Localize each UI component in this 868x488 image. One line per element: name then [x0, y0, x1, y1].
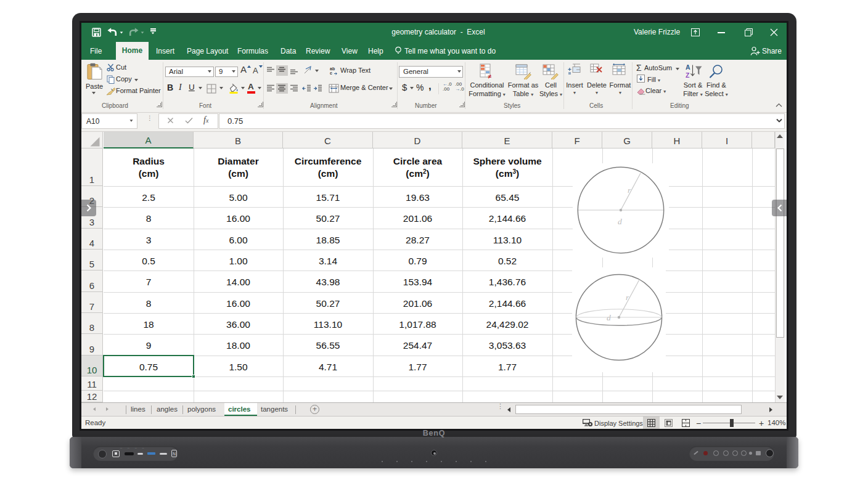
svg-text:A: A [686, 63, 690, 71]
svg-text:d: d [618, 217, 622, 226]
svg-text:d: d [607, 313, 611, 322]
svg-text:ab: ab [330, 67, 335, 71]
svg-text:Z: Z [686, 71, 690, 79]
svg-text:c: c [330, 71, 332, 75]
svg-text:r: r [626, 293, 629, 302]
svg-text:r: r [628, 185, 631, 195]
svg-text:≠: ≠ [488, 73, 491, 79]
